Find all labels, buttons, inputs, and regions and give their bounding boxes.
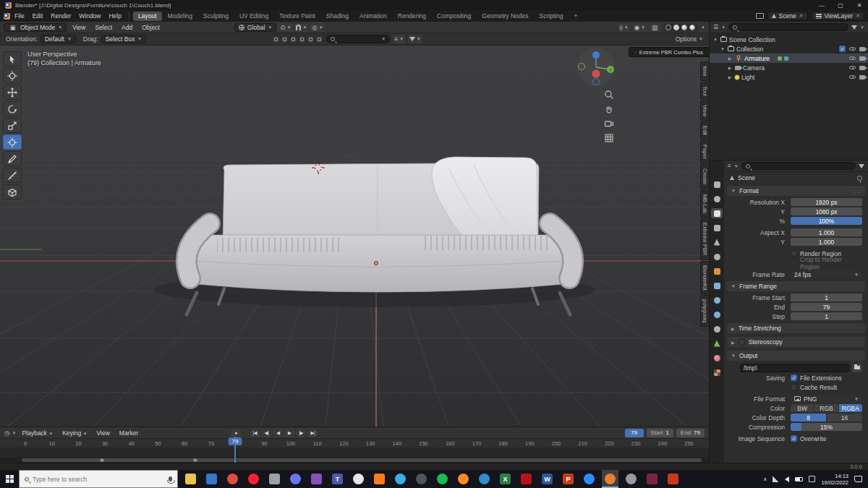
toggle-icon[interactable] [281,35,289,43]
output-properties-tab[interactable] [711,208,723,218]
next-keyframe-button[interactable]: |▶ [296,429,306,437]
show-overlays-button[interactable]: ◉▼ [633,23,647,32]
taskbar-app-excel[interactable]: X [497,470,514,488]
mode-selector[interactable]: ▣ Object Mode ▼ [4,23,67,32]
disable-in-render-icon[interactable] [859,66,865,70]
workspace-tab-uv-editing[interactable]: UV Editing [234,12,273,21]
output-path-field[interactable]: /tmp\ [740,364,849,372]
taskbar-app-zoom[interactable] [581,470,597,488]
taskbar-app-photos[interactable] [203,470,220,488]
hide-in-viewport-icon[interactable] [849,75,856,79]
disable-in-render-icon[interactable] [859,75,865,80]
drag-dropdown[interactable]: Select Box ▼ [101,35,147,43]
taskbar-app-krita[interactable] [308,470,325,488]
filter-button[interactable]: ▼ [408,35,422,43]
output-section-header[interactable]: ▼Output [727,351,865,361]
stereoscopy-section-header[interactable]: ▶Stereoscopy [727,337,865,347]
pin-icon[interactable] [857,176,862,181]
filter-caret[interactable]: ▼ [860,25,864,30]
selection-mode-toggles[interactable] [272,35,323,43]
transform-tool[interactable] [3,134,22,150]
tab-mb-lab[interactable]: MB-Lab [700,190,709,218]
filter-icon[interactable] [851,25,857,30]
texture-properties-tab[interactable] [711,367,723,377]
outliner-row-camera[interactable]: ▶ Camera [710,63,868,72]
physics-properties-tab[interactable] [711,309,723,320]
extreme-pbr-panel-button[interactable]: ‹ Extreme PBR Combo Plus [629,47,709,57]
resolution-x-field[interactable]: 1920 px [791,198,862,206]
fil-settings-button[interactable]: ≡▼ [393,35,405,43]
overwrite-checkbox[interactable]: ✓ [791,435,797,442]
disable-in-render-icon[interactable] [859,56,865,61]
editor-layout-icon[interactable] [756,13,764,19]
taskbar-app-vlc[interactable] [371,470,388,488]
notification-center-icon[interactable] [854,476,862,482]
menu-add[interactable]: Add [118,23,136,32]
maximize-button[interactable]: ▢ [837,2,844,9]
aspect-y-field[interactable]: 1.000 [791,238,862,246]
tool-properties-tab[interactable] [711,179,723,189]
network-icon[interactable] [773,476,779,482]
scene-selector[interactable]: Scene ✕ [767,12,808,20]
taskbar-app-skype[interactable] [392,470,409,488]
file-format-dropdown[interactable]: PNG▼ [791,395,862,403]
auto-keying-button[interactable]: ● [231,429,241,437]
hidden-icons-chevron[interactable]: ∧ [763,476,767,482]
object-properties-tab[interactable] [711,266,723,276]
constraints-properties-tab[interactable] [711,324,723,334]
workspace-tab-compositing[interactable]: Compositing [432,12,476,21]
cache-result-checkbox[interactable] [791,384,797,390]
timeline-editor-type-icon[interactable]: ◷ [4,429,9,437]
taskbar-app-media-player[interactable] [665,470,681,488]
crop-render-region-checkbox[interactable] [791,260,797,266]
view-layer-properties-tab[interactable] [711,223,723,233]
menu-playback[interactable]: Playback ▼ [18,429,56,437]
resolution-percent-slider[interactable]: 100% [791,217,862,225]
start-button[interactable] [0,470,19,488]
menu-keying[interactable]: Keying ▼ [59,429,90,437]
frame-rate-dropdown[interactable]: 24 fps▼ [791,270,862,278]
depth-8-button[interactable]: 8 [791,414,826,421]
material-preview-icon[interactable] [681,25,687,30]
world-properties-tab[interactable] [711,252,723,262]
jump-to-end-button[interactable]: ▶| [307,429,318,437]
rendered-shading-icon[interactable] [689,25,695,30]
taskbar-app-word[interactable]: W [539,470,556,488]
toggle-ortho-icon[interactable] [603,132,614,143]
move-tool[interactable] [3,85,22,100]
stereoscopy-checkbox[interactable] [739,339,745,346]
menu-select[interactable]: Select [91,23,116,32]
add-workspace-button[interactable]: + [569,12,583,21]
hide-in-viewport-icon[interactable] [849,66,856,69]
tab-view[interactable]: View [700,100,709,121]
play-button[interactable]: ▶ [284,429,294,437]
workspace-tab-layout[interactable]: Layout [133,12,162,21]
taskbar-app-netflix[interactable] [518,470,535,488]
cursor-tool[interactable] [3,68,22,83]
show-gizmo-button[interactable]: ⟠▼ [618,23,630,32]
battery-icon[interactable] [795,477,803,481]
workspace-tab-animation[interactable]: Animation [354,12,392,21]
taskbar-app-steam[interactable] [350,470,367,488]
modifier-properties-tab[interactable] [711,281,723,291]
properties-search[interactable] [741,162,856,170]
orientation-dropdown[interactable]: Default ▼ [41,35,76,43]
timeline-playhead[interactable]: 79 [234,437,236,463]
toggle-icon[interactable] [315,35,323,43]
close-button[interactable]: ✕ [856,2,863,9]
tab-extreme-pbr[interactable]: Extreme PBR [700,218,709,260]
menu-edit[interactable]: Edit [29,12,47,20]
color-rgba-button[interactable]: RGBA [839,404,862,412]
workspace-tab-rendering[interactable]: Rendering [393,12,431,21]
properties-editor-icon[interactable]: ≡ [728,163,731,169]
tab-polygoniq[interactable]: polygoniq [700,295,709,327]
keyframe-marker[interactable] [101,458,104,462]
pan-hand-icon[interactable] [603,103,614,114]
menu-view-timeline[interactable]: View [93,429,114,437]
timeline-track[interactable] [0,448,709,458]
frame-start-field[interactable]: Start1 [647,429,673,437]
outliner-row-armature[interactable]: ▶ Armature [710,53,868,63]
color-rgb-button[interactable]: RGB [814,404,838,412]
taskbar-search[interactable] [19,470,178,488]
scene-properties-tab[interactable] [711,237,723,247]
